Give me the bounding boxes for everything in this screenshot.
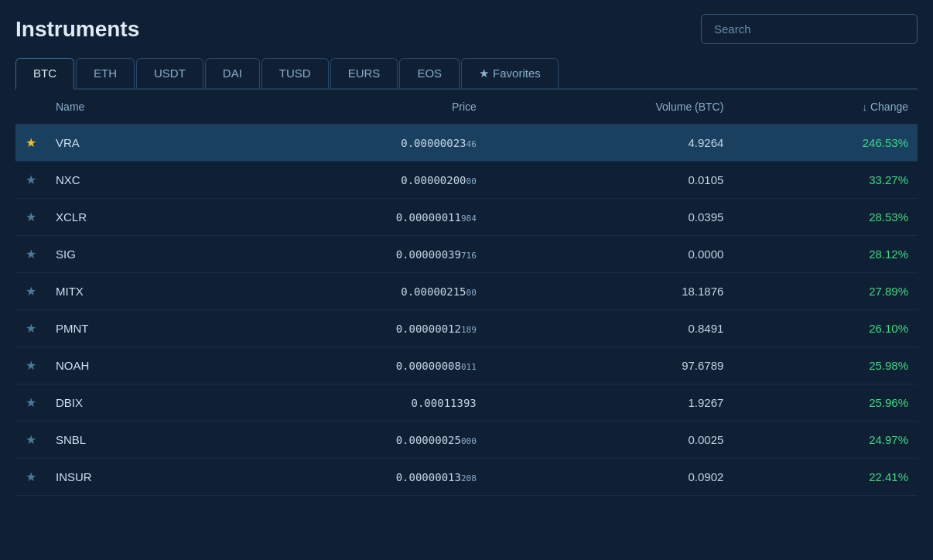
price-main: 0.00000013	[396, 471, 461, 483]
favorite-star-icon[interactable]: ★	[26, 359, 36, 372]
star-cell[interactable]: ★	[15, 347, 46, 384]
price-small: 189	[461, 325, 477, 335]
star-cell[interactable]: ★	[15, 273, 46, 310]
price-main: 0.00000039	[396, 248, 461, 261]
instrument-price: 0.00000025000	[203, 422, 486, 459]
tab-favorites[interactable]: ★Favorites	[461, 58, 559, 88]
favorite-star-icon[interactable]: ★	[26, 470, 36, 483]
instrument-change: 26.10%	[733, 310, 918, 347]
col-change-label: Change	[870, 101, 908, 113]
star-cell[interactable]: ★	[15, 384, 46, 422]
table-row[interactable]: ★SNBL0.000000250000.002524.97%	[15, 422, 918, 459]
instrument-volume: 1.9267	[486, 384, 733, 422]
favorite-star-icon[interactable]: ★	[26, 322, 36, 335]
col-name: Name	[46, 90, 203, 125]
tab-eos[interactable]: EOS	[399, 58, 460, 88]
instrument-volume: 0.0025	[486, 422, 733, 459]
price-small: 000	[461, 436, 477, 446]
col-change[interactable]: ↓ Change	[733, 90, 918, 125]
price-small: 46	[466, 139, 477, 149]
instrument-change: 22.41%	[733, 459, 918, 496]
col-star	[15, 90, 46, 125]
sort-arrow-icon: ↓	[862, 101, 867, 113]
instrument-change: 25.98%	[733, 347, 918, 384]
instrument-price: 0.00000013208	[203, 459, 486, 496]
instrument-change: 27.89%	[733, 273, 918, 310]
table-row[interactable]: ★DBIX0.000113931.926725.96%	[15, 384, 918, 422]
instrument-change: 28.12%	[733, 236, 918, 273]
price-small: 716	[461, 251, 477, 261]
instrument-price: 0.0000002346	[203, 125, 486, 162]
star-cell[interactable]: ★	[15, 125, 46, 162]
tab-btc[interactable]: BTC	[15, 58, 74, 90]
instrument-name: XCLR	[46, 199, 203, 236]
favorite-star-icon[interactable]: ★	[26, 173, 36, 186]
instrument-price: 0.00000012189	[203, 310, 486, 347]
favorite-star-icon[interactable]: ★	[26, 248, 36, 261]
price-small: 984	[461, 213, 477, 224]
price-main: 0.00000025	[396, 434, 461, 446]
favorite-star-icon[interactable]: ★	[26, 396, 36, 409]
tab-dai[interactable]: DAI	[205, 58, 260, 88]
instrument-name: NOAH	[46, 347, 203, 384]
star-cell[interactable]: ★	[15, 459, 46, 496]
instrument-change: 24.97%	[733, 422, 918, 459]
star-cell[interactable]: ★	[15, 422, 46, 459]
search-input[interactable]	[701, 14, 918, 44]
col-price: Price	[203, 90, 486, 125]
tab-eth[interactable]: ETH	[76, 58, 135, 88]
price-main: 0.00000011	[396, 211, 461, 224]
instrument-name: VRA	[46, 125, 203, 162]
star-cell[interactable]: ★	[15, 162, 46, 199]
instrument-name: SIG	[46, 236, 203, 273]
star-cell[interactable]: ★	[15, 199, 46, 236]
instrument-price: 0.00000011984	[203, 199, 486, 236]
instrument-volume: 97.6789	[486, 347, 733, 384]
price-main: 0.00000012	[396, 323, 461, 335]
instrument-price: 0.0000020000	[203, 162, 486, 199]
tab-usdt[interactable]: USDT	[136, 58, 203, 88]
favorites-star-icon: ★	[479, 67, 489, 80]
table-header-row: Name Price Volume (BTC) ↓ Change	[15, 90, 918, 125]
instruments-table-wrapper: Name Price Volume (BTC) ↓ Change ★VRA0.0…	[15, 90, 918, 496]
table-row[interactable]: ★NOAH0.0000000801197.678925.98%	[15, 347, 918, 384]
tab-eurs[interactable]: EURS	[330, 58, 398, 88]
tab-tusd[interactable]: TUSD	[261, 58, 329, 88]
table-row[interactable]: ★VRA0.00000023464.9264246.53%	[15, 125, 918, 162]
price-small: 00	[466, 176, 477, 186]
favorite-star-icon[interactable]: ★	[26, 210, 36, 224]
instrument-volume: 0.0000	[486, 236, 733, 273]
price-main: 0.00011393	[412, 397, 477, 409]
instrument-price: 0.00000039716	[203, 236, 486, 273]
instrument-name: PMNT	[46, 310, 203, 347]
table-row[interactable]: ★SIG0.000000397160.000028.12%	[15, 236, 918, 273]
instrument-volume: 4.9264	[486, 125, 733, 162]
favorite-star-icon[interactable]: ★	[26, 136, 36, 149]
table-row[interactable]: ★PMNT0.000000121890.849126.10%	[15, 310, 918, 347]
price-main: 0.00000008	[396, 360, 461, 372]
instrument-change: 33.27%	[733, 162, 918, 199]
instrument-name: INSUR	[46, 459, 203, 496]
col-volume: Volume (BTC)	[486, 90, 733, 125]
star-cell[interactable]: ★	[15, 236, 46, 273]
price-main: 0.00000023	[401, 137, 466, 149]
table-row[interactable]: ★XCLR0.000000119840.039528.53%	[15, 199, 918, 236]
instrument-volume: 18.1876	[486, 273, 733, 310]
favorite-star-icon[interactable]: ★	[26, 433, 36, 446]
price-small: 208	[461, 473, 477, 483]
instrument-name: DBIX	[46, 384, 203, 422]
instrument-volume: 0.0395	[486, 199, 733, 236]
tab-bar: BTCETHUSDTDAITUSDEURSEOS★Favorites	[15, 58, 918, 90]
star-cell[interactable]: ★	[15, 310, 46, 347]
instrument-name: NXC	[46, 162, 203, 199]
price-small: 00	[466, 288, 477, 298]
favorite-star-icon[interactable]: ★	[26, 285, 36, 298]
table-row[interactable]: ★NXC0.00000200000.010533.27%	[15, 162, 918, 199]
table-row[interactable]: ★INSUR0.000000132080.090222.41%	[15, 459, 918, 496]
instrument-change: 28.53%	[733, 199, 918, 236]
instrument-price: 0.00011393	[203, 384, 486, 422]
instrument-price: 0.0000021500	[203, 273, 486, 310]
table-row[interactable]: ★MITX0.000002150018.187627.89%	[15, 273, 918, 310]
instrument-change: 246.53%	[733, 125, 918, 162]
price-main: 0.00000200	[401, 174, 466, 186]
